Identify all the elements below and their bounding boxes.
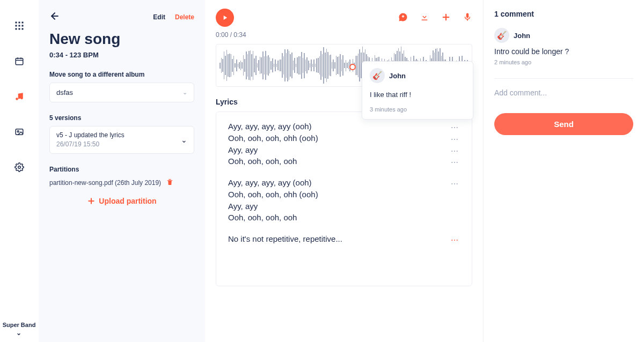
svg-point-16 xyxy=(17,131,19,132)
lyric-line: Ayy, ayy xyxy=(228,200,460,212)
band-name: Super Band xyxy=(3,322,36,328)
download-icon xyxy=(420,12,429,22)
add-comment-marker-button[interactable] xyxy=(398,12,408,24)
popover-body: I like that riff ! xyxy=(370,91,465,99)
version-date: 26/07/19 15:50 xyxy=(56,140,125,149)
lyric-line: Ayy, ayy, ayy, ayy (ooh)⋯ xyxy=(228,177,460,189)
calendar-icon xyxy=(14,56,24,66)
comment-item: 🎸 John Intro could be longer ? 2 minutes… xyxy=(494,28,633,74)
svg-rect-1 xyxy=(18,22,20,24)
svg-point-17 xyxy=(18,166,20,169)
center-area: 0:00 / 0:34 Lyrics Ayy, ayy, ayy, ayy (o… xyxy=(205,0,483,342)
microphone-icon xyxy=(463,12,472,22)
lyric-line-menu-button[interactable]: ⋯ xyxy=(451,146,459,157)
add-comment-input[interactable] xyxy=(494,86,633,99)
partitions-label: Partitions xyxy=(49,166,194,173)
lyric-line-menu-button[interactable]: ⋯ xyxy=(451,134,459,145)
popover-author: John xyxy=(389,72,406,80)
svg-rect-7 xyxy=(18,28,20,30)
play-icon xyxy=(221,14,229,21)
svg-rect-3 xyxy=(15,25,17,27)
svg-rect-2 xyxy=(21,22,23,24)
waveform-comment-marker[interactable] xyxy=(349,64,356,70)
album-selected-value: dsfas xyxy=(56,88,73,96)
band-switcher[interactable]: Super Band ⌄ xyxy=(3,322,36,337)
rail-item-music[interactable] xyxy=(10,87,29,106)
trash-icon xyxy=(166,179,173,185)
image-icon xyxy=(14,127,24,137)
song-meta: 0:34 - 123 BPM xyxy=(49,51,194,59)
lyric-line: Ayy, ayy⋯ xyxy=(228,144,460,156)
partition-file[interactable]: partition-new-song.pdf (26th July 2019) xyxy=(49,179,161,187)
lyric-line-menu-button[interactable]: ⋯ xyxy=(451,157,459,168)
rail-item-settings[interactable] xyxy=(10,158,29,177)
song-panel: Edit Delete New song 0:34 - 123 BPM Move… xyxy=(39,0,205,342)
grid-icon xyxy=(14,21,24,31)
avatar: 🎸 xyxy=(494,28,509,43)
lyric-line: Ooh, ooh, ooh, ohh (ooh) xyxy=(228,189,460,200)
divider xyxy=(494,78,633,79)
svg-rect-4 xyxy=(18,25,20,27)
versions-label: 5 versions xyxy=(49,114,194,122)
svg-rect-8 xyxy=(21,28,23,30)
popover-time: 3 minutes ago xyxy=(370,106,465,113)
waveform-comment-popover: 🎸 John I like that riff ! 3 minutes ago xyxy=(362,61,473,120)
svg-point-14 xyxy=(20,97,23,100)
lyric-line-menu-button[interactable]: ⋯ xyxy=(451,235,459,246)
rail-item-dashboard[interactable] xyxy=(10,16,29,35)
song-title: New song xyxy=(49,31,194,48)
delete-button[interactable]: Delete xyxy=(175,13,194,21)
album-select[interactable]: dsfas ⌄ xyxy=(49,83,194,102)
delete-partition-button[interactable] xyxy=(166,179,173,187)
svg-rect-6 xyxy=(15,28,17,30)
lyric-line-menu-button[interactable]: ⋯ xyxy=(451,179,459,189)
music-note-icon xyxy=(14,92,24,101)
svg-rect-0 xyxy=(15,22,17,24)
plus-icon xyxy=(87,197,96,205)
chevron-down-icon: ⌄ xyxy=(181,136,187,144)
play-button[interactable] xyxy=(216,9,234,27)
chevron-down-icon: ⌄ xyxy=(182,89,187,96)
rail-item-calendar[interactable] xyxy=(10,51,29,71)
lyrics-box: Ayy, ayy, ayy, ayy (ooh)⋯Ooh, ooh, ooh, … xyxy=(216,111,472,286)
send-button[interactable]: Send xyxy=(494,113,633,135)
avatar: 🎸 xyxy=(370,68,385,83)
rail-item-media[interactable] xyxy=(10,122,29,142)
comment-time: 2 minutes ago xyxy=(494,59,633,65)
back-button[interactable] xyxy=(49,11,60,23)
svg-point-13 xyxy=(16,98,18,100)
comments-heading: 1 comment xyxy=(494,10,633,18)
lyric-line-menu-button[interactable]: ⋯ xyxy=(451,122,459,133)
add-button[interactable] xyxy=(441,12,451,24)
plus-icon xyxy=(441,12,451,22)
lyric-line: No it's not repetitive, repetitive...⋯ xyxy=(228,233,460,245)
lyric-line: Ooh, ooh, ooh, ohh (ooh)⋯ xyxy=(228,132,460,144)
arrow-left-icon xyxy=(49,11,60,21)
version-title: v5 - J updated the lyrics xyxy=(56,131,125,140)
lyric-line: Ooh, ooh, ooh, ooh xyxy=(228,212,460,224)
comment-text: Intro could be longer ? xyxy=(494,47,633,56)
move-album-label: Move song to a different album xyxy=(49,71,194,78)
lyric-line: Ooh, ooh, ooh, ooh⋯ xyxy=(228,155,460,167)
left-rail: Super Band ⌄ xyxy=(0,0,39,342)
svg-rect-5 xyxy=(21,25,23,27)
version-select[interactable]: v5 - J updated the lyrics 26/07/19 15:50… xyxy=(49,126,194,154)
record-button[interactable] xyxy=(463,12,472,24)
svg-rect-9 xyxy=(16,58,23,65)
playback-time: 0:00 / 0:34 xyxy=(216,31,472,39)
comment-plus-icon xyxy=(398,12,408,22)
lyric-line: Ayy, ayy, ayy, ayy (ooh)⋯ xyxy=(228,121,460,132)
upload-partition-button[interactable]: Upload partition xyxy=(49,197,194,205)
upload-partition-label: Upload partition xyxy=(99,197,156,205)
edit-button[interactable]: Edit xyxy=(153,13,165,21)
chevron-down-icon: ⌄ xyxy=(3,329,36,337)
gear-icon xyxy=(14,162,24,172)
download-button[interactable] xyxy=(420,12,429,24)
comments-panel: 1 comment 🎸 John Intro could be longer ?… xyxy=(483,0,644,342)
comment-author: John xyxy=(514,32,530,40)
